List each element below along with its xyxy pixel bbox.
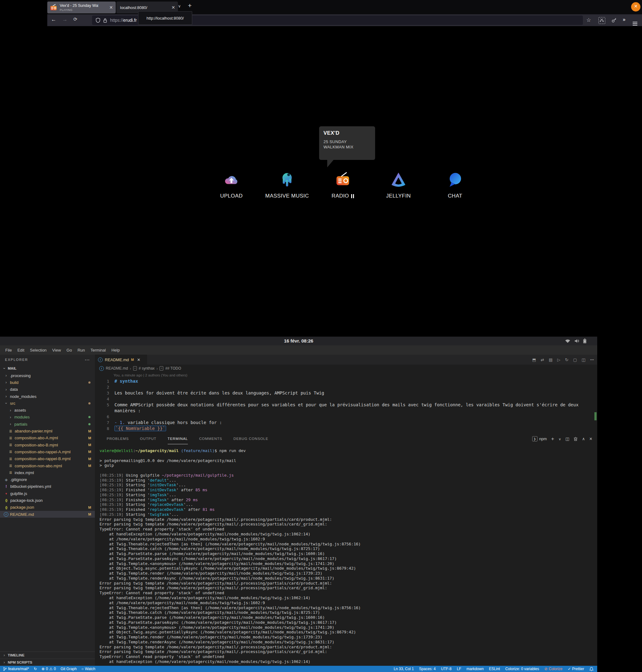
status-colorize[interactable]: ⊘Colorize [544,667,562,671]
overflow-chevrons-icon[interactable]: » [623,17,626,22]
app-radio[interactable]: RADIO [315,171,371,199]
breadcrumb-file[interactable]: README.md [106,366,128,370]
status-utf-8[interactable]: UTF-8 [441,667,452,671]
file-.gitignore[interactable]: .gitignore [0,476,95,483]
folder-modules[interactable]: ›modules [0,414,95,421]
close-tab-icon[interactable]: ✕ [137,357,140,362]
status-spaces-4[interactable]: Spaces: 4 [419,667,435,671]
window-close-button[interactable] [631,2,640,12]
code-line[interactable]: 8`{{ NomVariable }}` [95,426,592,432]
code-line[interactable]: 4 [95,396,592,402]
status-colorize-0-variables[interactable]: Colorize: 0 variables [505,667,539,671]
section-npm-scripts[interactable]: › NPM SCRIPTS [0,659,95,666]
status-markdown[interactable]: markdown [466,667,484,671]
menu-help[interactable]: Help [108,348,123,353]
maximize-panel-icon[interactable] [582,436,585,441]
codelens-blame[interactable]: You, a minute ago | 2 authors (You and o… [114,373,187,377]
kill-terminal-icon[interactable] [574,437,578,441]
git-graph-item[interactable]: Git Graph [61,667,77,671]
file-package.json[interactable]: package.jsonM [0,504,95,511]
panel-tab-debug-console[interactable]: DEBUG CONSOLE [233,433,268,444]
file-gulpfile.js[interactable]: gulpfile.js [0,490,95,497]
menu-view[interactable]: View [50,348,64,353]
url-text[interactable]: https://erudi.fr [110,18,137,23]
menu-edit[interactable]: Edit [15,348,27,353]
file-composition-non-abo.mjml[interactable]: composition-non-abo.mjmlM [0,462,95,469]
close-panel-icon[interactable] [589,436,592,442]
panel-tab-comments[interactable]: COMMENTS [199,433,222,444]
file-abandon-panier.mjml[interactable]: abandon-panier.mjmlM [0,428,95,434]
status-ln-33-col-1[interactable]: Ln 33, Col 1 [394,667,414,671]
folder-.processing[interactable]: ›.processing [0,372,95,379]
browser-tab-vexd[interactable]: Vex'd - 25 Sunday Walkman PLAYING ✕ [47,2,116,13]
outline-icon[interactable] [549,357,552,362]
split-editor-icon[interactable] [582,357,586,362]
watch-item[interactable]: ○ Watch [81,667,95,671]
breadcrumb-heading[interactable]: # synthax [139,366,155,370]
more-actions-icon[interactable] [590,357,594,362]
list-tabs-icon[interactable]: ∨ [178,4,181,9]
breadcrumb[interactable]: README.md # synthax ## TODO [95,365,597,372]
menu-go[interactable]: Go [64,348,75,353]
file-package-lock.json[interactable]: package-lock.json [0,497,95,504]
section-timeline[interactable]: › TIMELINE [0,651,95,659]
open-changes-icon[interactable] [541,357,544,362]
code-line[interactable]: 1# synthax [95,378,592,384]
folder-build[interactable]: ›build [0,379,95,386]
status-lf[interactable]: LF [457,667,461,671]
file-composition-abo-rappel-B.mjml[interactable]: composition-abo-rappel-B.mjmlM [0,455,95,462]
menu-terminal[interactable]: Terminal [88,348,108,353]
app-massive-music[interactable]: MASSIVE MUSIC [259,171,315,199]
open-preview-icon[interactable] [532,357,536,362]
run-icon[interactable] [557,357,561,362]
file-bitbucket-pipelines.yml[interactable]: bitbucket-pipelines.yml [0,483,95,490]
folder-data[interactable]: ›data [0,386,95,393]
app-upload[interactable]: UPLOAD [203,171,259,199]
git-branch-item[interactable]: feature/mail* [3,667,29,671]
hamburger-menu-icon[interactable] [633,18,637,24]
password-key-icon[interactable] [612,17,617,24]
panel-tab-output[interactable]: OUTPUT [140,433,156,444]
file-index.mjml[interactable]: index.mjml [0,469,95,476]
sync-icon[interactable] [565,357,568,362]
code-line[interactable]: 3Les boucles for doivent être écrite dan… [95,390,592,396]
workspace-section-mail[interactable]: › MAIL [0,365,95,372]
file-composition-abo-A.mjml[interactable]: composition-abo-A.mjmlM [0,435,95,442]
bookmark-icon[interactable] [573,357,577,362]
menu-run[interactable]: Run [75,348,88,353]
shield-icon[interactable] [96,18,100,23]
panel-tab-terminal[interactable]: TERMINAL [168,433,188,444]
bookmark-star-icon[interactable]: ☆ [586,17,591,23]
file-README.md[interactable]: README.mdM [0,511,95,518]
screenshot-icon[interactable] [599,17,605,24]
explorer-more-icon[interactable]: ⋯ [85,357,90,363]
close-tab-icon[interactable]: ✕ [169,5,178,10]
code-line[interactable]: 6 [95,414,592,420]
new-terminal-icon[interactable] [551,436,554,442]
sync-item[interactable]: ↻ [34,667,37,671]
status-eslint[interactable]: ESLint [489,667,500,671]
code-line[interactable]: 2 [95,384,592,390]
folder-node_modules[interactable]: ›node_modules [0,393,95,400]
status-prettier[interactable]: ✓Prettier [568,667,584,671]
system-tray[interactable] [565,339,587,343]
back-icon[interactable]: ← [51,16,56,23]
problems-item[interactable]: ⊗ 0 ⚠ 0 [41,667,56,671]
menu-file[interactable]: File [2,348,15,353]
close-tab-icon[interactable]: ✕ [106,5,116,10]
file-composition-abo-rappel-A.mjml[interactable]: composition-abo-rappel-A.mjmlM [0,448,95,455]
forward-icon[interactable]: → [62,16,67,23]
folder-partials[interactable]: ›partials [0,421,95,428]
app-jellyfin[interactable]: JELLYFIN [371,171,426,199]
tab-readme[interactable]: README.md M ✕ [95,355,147,365]
code-line[interactable]: manières : [95,408,592,414]
terminal-dropdown-icon[interactable] [558,436,561,441]
app-chat[interactable]: CHAT [427,171,483,199]
code-editor[interactable]: You, a minute ago | 2 authors (You and o… [95,372,597,433]
code-line[interactable]: 5Comme AMPScript possède deux notations … [95,402,592,408]
code-line[interactable]: 7- 1. variable classique hors boucle for… [95,420,592,426]
breadcrumb-subheading[interactable]: ## TODO [165,366,181,370]
lock-icon[interactable] [103,18,107,23]
new-tab-icon[interactable]: + [188,2,192,9]
file-composition-abo-B.mjml[interactable]: composition-abo-B.mjmlM [0,442,95,448]
